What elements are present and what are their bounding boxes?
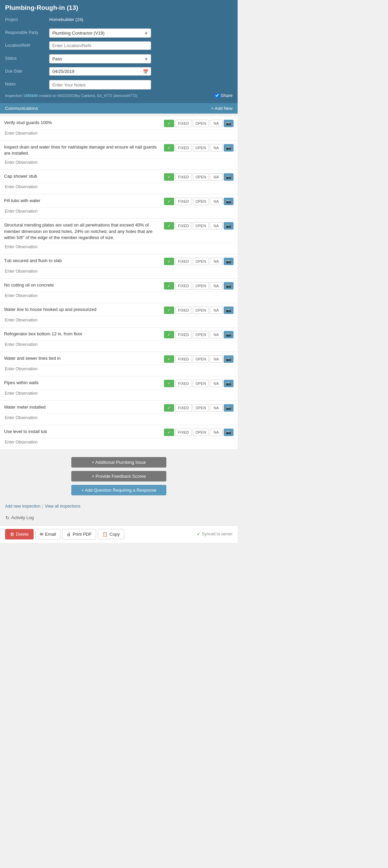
notes-input[interactable]: [49, 80, 151, 90]
camera-button[interactable]: 📷: [224, 173, 234, 181]
fixed-button[interactable]: FIXED: [175, 380, 191, 387]
camera-button[interactable]: 📷: [224, 331, 234, 338]
pass-button[interactable]: ✓: [164, 258, 174, 265]
inspection-by: by Caldeira, Ed_4772 (demoed4772): [76, 94, 137, 98]
add-question-button[interactable]: + Add Question Requiring a Response: [71, 485, 166, 495]
open-button[interactable]: OPEN: [193, 307, 209, 314]
pass-button[interactable]: ✓: [164, 355, 174, 363]
pass-button[interactable]: ✓: [164, 120, 174, 127]
pass-button[interactable]: ✓: [164, 173, 174, 181]
open-button[interactable]: OPEN: [193, 198, 209, 205]
fixed-button[interactable]: FIXED: [175, 282, 191, 290]
open-button[interactable]: OPEN: [193, 144, 209, 152]
na-button[interactable]: NA: [210, 355, 223, 363]
pass-button[interactable]: ✓: [164, 380, 174, 387]
fixed-button[interactable]: FIXED: [175, 173, 191, 181]
open-button[interactable]: OPEN: [193, 331, 209, 338]
fixed-button[interactable]: FIXED: [175, 307, 191, 314]
pass-button[interactable]: ✓: [164, 404, 174, 412]
observation-input[interactable]: [4, 340, 234, 348]
na-button[interactable]: NA: [210, 173, 223, 181]
open-button[interactable]: OPEN: [193, 282, 209, 290]
pass-button[interactable]: ✓: [164, 222, 174, 230]
location-input[interactable]: [49, 41, 151, 50]
open-button[interactable]: OPEN: [193, 355, 209, 363]
na-button[interactable]: NA: [210, 222, 223, 230]
open-button[interactable]: OPEN: [193, 429, 209, 436]
na-button[interactable]: NA: [210, 258, 223, 265]
fixed-button[interactable]: FIXED: [175, 258, 191, 265]
delete-button[interactable]: 🗑 Delete: [5, 529, 34, 539]
na-button[interactable]: NA: [210, 404, 223, 412]
pass-button[interactable]: ✓: [164, 331, 174, 338]
observation-input[interactable]: [4, 316, 234, 324]
pass-button[interactable]: ✓: [164, 198, 174, 205]
observation-input[interactable]: [4, 438, 234, 446]
fixed-button[interactable]: FIXED: [175, 198, 191, 205]
provide-feedback-button[interactable]: + Provide Feedback Scores: [71, 471, 166, 481]
open-button[interactable]: OPEN: [193, 258, 209, 265]
camera-button[interactable]: 📷: [224, 282, 234, 290]
observation-input[interactable]: [4, 158, 234, 166]
copy-button[interactable]: 📋 Copy: [98, 529, 124, 539]
fixed-button[interactable]: FIXED: [175, 222, 191, 230]
communications-label: Communications: [5, 106, 38, 111]
pass-button[interactable]: ✓: [164, 429, 174, 436]
open-button[interactable]: OPEN: [193, 404, 209, 412]
camera-button[interactable]: 📷: [224, 120, 234, 127]
camera-button[interactable]: 📷: [224, 144, 234, 152]
fixed-button[interactable]: FIXED: [175, 355, 191, 363]
open-button[interactable]: OPEN: [193, 380, 209, 387]
observation-input[interactable]: [4, 389, 234, 397]
observation-input[interactable]: [4, 365, 234, 373]
responsible-party-select[interactable]: Plumbing Contractor (V19): [49, 28, 151, 38]
camera-button[interactable]: 📷: [224, 429, 234, 436]
camera-button[interactable]: 📷: [224, 222, 234, 230]
open-button[interactable]: OPEN: [193, 222, 209, 230]
share-checkbox[interactable]: [215, 93, 219, 98]
fixed-button[interactable]: FIXED: [175, 144, 191, 152]
checkmark-icon: ✓: [167, 406, 171, 410]
activity-log-button[interactable]: ↻ Activity Log: [3, 514, 36, 522]
synced-label: Synced to server: [202, 532, 233, 536]
camera-button[interactable]: 📷: [224, 355, 234, 363]
pass-button[interactable]: ✓: [164, 144, 174, 152]
na-button[interactable]: NA: [210, 120, 223, 127]
fixed-button[interactable]: FIXED: [175, 331, 191, 338]
camera-button[interactable]: 📷: [224, 404, 234, 412]
fixed-button[interactable]: FIXED: [175, 404, 191, 412]
observation-input[interactable]: [4, 183, 234, 191]
fixed-button[interactable]: FIXED: [175, 429, 191, 436]
observation-input[interactable]: [4, 414, 234, 421]
add-new-communication-button[interactable]: + Add New: [211, 106, 233, 111]
print-pdf-button[interactable]: 🖨 Print PDF: [62, 529, 96, 539]
open-button[interactable]: OPEN: [193, 120, 209, 127]
na-button[interactable]: NA: [210, 380, 223, 387]
na-button[interactable]: NA: [210, 282, 223, 290]
camera-button[interactable]: 📷: [224, 307, 234, 314]
observation-input[interactable]: [4, 129, 234, 137]
view-all-inspections-link[interactable]: View all inspections: [45, 504, 80, 509]
observation-input[interactable]: [4, 243, 234, 251]
additional-issue-button[interactable]: + Additional Plumbing Issue: [71, 457, 166, 468]
status-select[interactable]: Pass Fail Incomplete: [49, 54, 151, 63]
email-button[interactable]: ✉ Email: [35, 529, 61, 539]
open-button[interactable]: OPEN: [193, 173, 209, 181]
na-button[interactable]: NA: [210, 331, 223, 338]
camera-button[interactable]: 📷: [224, 258, 234, 265]
observation-input[interactable]: [4, 267, 234, 275]
checkmark-icon: ✓: [167, 381, 171, 386]
camera-button[interactable]: 📷: [224, 380, 234, 387]
na-button[interactable]: NA: [210, 429, 223, 436]
observation-input[interactable]: [4, 292, 234, 299]
fixed-button[interactable]: FIXED: [175, 120, 191, 127]
pass-button[interactable]: ✓: [164, 282, 174, 290]
na-button[interactable]: NA: [210, 307, 223, 314]
pass-button[interactable]: ✓: [164, 307, 174, 314]
camera-button[interactable]: 📷: [224, 198, 234, 205]
na-button[interactable]: NA: [210, 144, 223, 152]
observation-input[interactable]: [4, 207, 234, 215]
add-new-inspection-link[interactable]: Add new inspection: [5, 504, 40, 509]
na-button[interactable]: NA: [210, 198, 223, 205]
due-date-input[interactable]: [49, 67, 151, 76]
